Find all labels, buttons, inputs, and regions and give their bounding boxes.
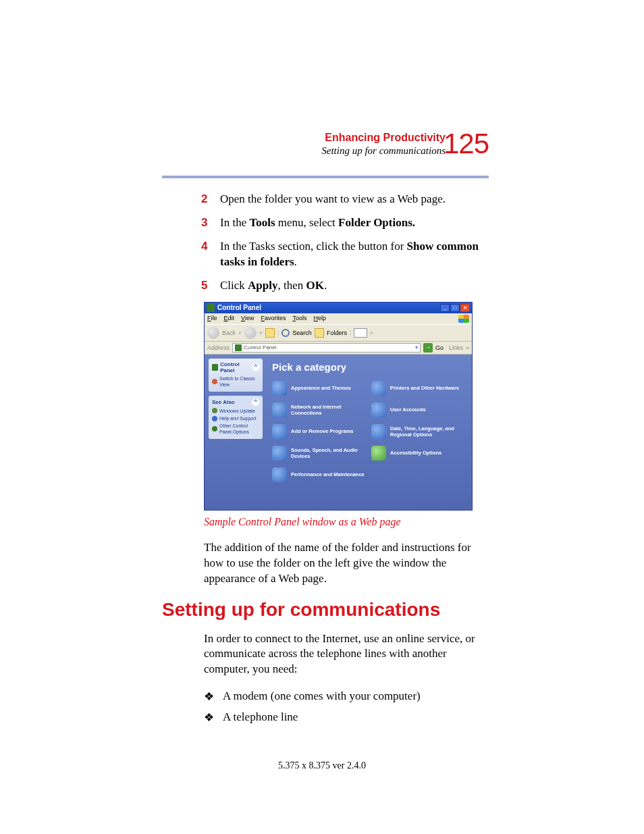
- sidebar-control-panel-box: Control Panel ^ Switch to Classic View: [209, 359, 263, 392]
- category-appearance[interactable]: Appearance and Themes: [272, 381, 367, 396]
- menu-bar: File Edit View Favorites Tools Help: [205, 313, 472, 324]
- category-add-remove[interactable]: Add or Remove Programs: [272, 424, 367, 439]
- back-label: Back: [222, 330, 236, 336]
- menu-edit[interactable]: Edit: [224, 315, 235, 323]
- go-button[interactable]: →: [423, 343, 433, 353]
- windows-update-link[interactable]: Windows Update: [212, 408, 259, 414]
- menu-view[interactable]: View: [241, 315, 254, 323]
- close-button[interactable]: ×: [460, 304, 470, 312]
- step-2: 2 Open the folder you want to view as a …: [201, 192, 489, 207]
- category-datetime[interactable]: Date, Time, Language, and Regional Optio…: [371, 424, 466, 439]
- up-folder-icon[interactable]: [265, 328, 275, 338]
- control-panel-icon: [212, 364, 218, 371]
- go-label: Go: [435, 344, 444, 351]
- category-sounds[interactable]: Sounds, Speech, and Audio Devices: [272, 446, 367, 461]
- users-icon: [371, 402, 386, 417]
- menu-tools[interactable]: Tools: [292, 315, 306, 323]
- step-number: 5: [201, 278, 220, 294]
- step-3: 3 In the Tools menu, select Folder Optio…: [201, 215, 489, 231]
- step-number: 3: [201, 215, 220, 231]
- add-remove-icon: [272, 424, 287, 439]
- forward-button[interactable]: [244, 327, 257, 339]
- window-titlebar: Control Panel _ □ ×: [205, 303, 472, 313]
- bullet-marker: ❖: [204, 689, 223, 704]
- performance-icon: [272, 467, 287, 482]
- menu-help[interactable]: Help: [313, 315, 326, 323]
- views-button[interactable]: [354, 328, 367, 338]
- window-title: Control Panel: [217, 304, 440, 311]
- switch-classic-view-link[interactable]: Switch to Classic View: [212, 375, 259, 388]
- category-performance[interactable]: Performance and Maintenance: [272, 467, 367, 482]
- menu-file[interactable]: File: [207, 315, 217, 323]
- maximize-button[interactable]: □: [450, 304, 460, 312]
- switch-view-icon: [212, 379, 217, 384]
- search-label[interactable]: Search: [292, 330, 312, 336]
- step-text: In the Tools menu, select Folder Options…: [220, 215, 489, 231]
- back-button[interactable]: [207, 327, 219, 339]
- category-printers[interactable]: Printers and Other Hardware: [371, 381, 466, 396]
- main-pane: Pick a category Appearance and Themes Ne…: [267, 355, 472, 510]
- step-number: 2: [201, 192, 220, 207]
- chapter-title: Enhancing Productivity: [162, 132, 446, 144]
- step-text: Click Apply, then OK.: [220, 278, 489, 294]
- toolbar: Back ▾ ▾ | Search Folders | ▾: [205, 324, 472, 342]
- collapse-icon[interactable]: ^: [252, 363, 259, 371]
- links-label[interactable]: Links: [449, 344, 463, 351]
- address-label: Address: [207, 344, 230, 351]
- sidebar-see-also-box: See Also ^ Windows Update Help and Suppo…: [209, 396, 263, 439]
- folders-label[interactable]: Folders: [327, 330, 347, 336]
- windows-logo-icon: [458, 315, 469, 323]
- step-text: In the Tasks section, click the button f…: [220, 239, 489, 270]
- help-support-link[interactable]: Help and Support: [212, 415, 259, 421]
- windows-update-icon: [212, 408, 217, 413]
- bullet-item: ❖ A telephone line: [204, 710, 489, 725]
- section-heading: Setting up for communications: [162, 599, 489, 621]
- control-panel-icon: [235, 344, 242, 351]
- collapse-icon[interactable]: ^: [252, 398, 259, 406]
- control-panel-screenshot: Control Panel _ □ × File Edit View Favor…: [204, 302, 473, 511]
- network-icon: [272, 402, 287, 417]
- help-icon: [212, 416, 217, 421]
- datetime-icon: [371, 424, 386, 439]
- address-input[interactable]: Control Panel ▾: [232, 343, 421, 353]
- step-text: Open the folder you want to view as a We…: [220, 192, 489, 207]
- minimize-button[interactable]: _: [440, 304, 450, 312]
- sidebar: Control Panel ^ Switch to Classic View S…: [205, 355, 267, 510]
- header-rule: [162, 176, 489, 178]
- folders-icon[interactable]: [315, 328, 324, 338]
- step-4: 4 In the Tasks section, click the button…: [201, 239, 489, 270]
- address-bar: Address Control Panel ▾ → Go Links »: [205, 342, 472, 355]
- bullet-marker: ❖: [204, 710, 223, 725]
- step-5: 5 Click Apply, then OK.: [201, 278, 489, 294]
- page-header: Enhancing Productivity Setting up for co…: [162, 132, 489, 178]
- section-subtitle: Setting up for communications: [162, 145, 446, 157]
- pick-category-heading: Pick a category: [272, 361, 466, 373]
- printers-icon: [371, 381, 386, 396]
- options-icon: [212, 426, 217, 432]
- figure-caption: Sample Control Panel window as a Web pag…: [204, 516, 489, 528]
- page-footer: 5.375 x 8.375 ver 2.4.0: [0, 760, 644, 771]
- sounds-icon: [272, 446, 287, 461]
- search-icon[interactable]: [281, 329, 290, 337]
- other-options-link[interactable]: Other Control Panel Options: [212, 423, 259, 435]
- bullet-item: ❖ A modem (one comes with your computer): [204, 689, 489, 704]
- step-number: 4: [201, 239, 220, 270]
- category-accessibility[interactable]: Accessibility Options: [371, 446, 466, 461]
- appearance-icon: [272, 381, 287, 396]
- accessibility-icon: [371, 446, 386, 461]
- body-paragraph: The addition of the name of the folder a…: [204, 540, 489, 587]
- page-number: 125: [444, 128, 489, 160]
- category-network[interactable]: Network and Internet Connections: [272, 402, 367, 417]
- category-users[interactable]: User Accounts: [371, 402, 466, 417]
- body-paragraph: In order to connect to the Internet, use…: [204, 631, 489, 678]
- window-icon: [207, 304, 215, 312]
- menu-favorites[interactable]: Favorites: [261, 315, 286, 323]
